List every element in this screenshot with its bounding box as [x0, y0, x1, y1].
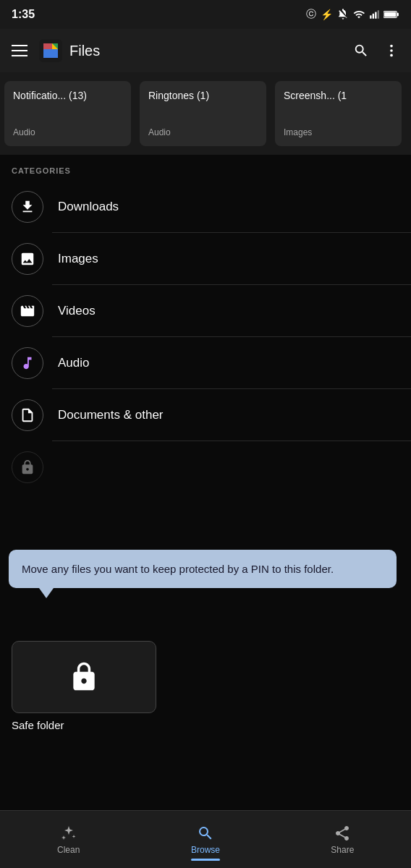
- nav-item-browse[interactable]: Browse: [137, 819, 274, 861]
- battery-icon: [384, 9, 399, 20]
- tooltip-overlay: Move any files you want to keep protecte…: [9, 550, 397, 588]
- more-options-button[interactable]: [384, 43, 399, 59]
- card-0-subtitle: Audio: [13, 127, 122, 137]
- card-1[interactable]: Ringtones (1) Audio: [140, 81, 266, 146]
- svg-point-12: [390, 45, 393, 48]
- nav-label-clean: Clean: [57, 845, 80, 855]
- categories-header: CATEGORIES: [0, 155, 411, 181]
- card-0-title: Notificatio... (13): [13, 90, 122, 101]
- svg-rect-1: [373, 14, 374, 19]
- category-label-audio: Audio: [58, 356, 89, 370]
- app-title: Files: [69, 43, 100, 59]
- tooltip-tail: [39, 588, 54, 598]
- partial-icon-circle: [12, 451, 43, 483]
- card-2-title: Screensh... (1: [284, 90, 393, 101]
- safe-folder-section: Safe folder: [0, 632, 168, 740]
- image-icon: [20, 251, 35, 267]
- lock-icon: [68, 661, 100, 693]
- svg-point-14: [390, 54, 393, 57]
- flash-icon: ⚡: [321, 9, 333, 20]
- card-0[interactable]: Notificatio... (13) Audio: [4, 81, 131, 146]
- card-2-subtitle: Images: [284, 127, 393, 137]
- sparkle-icon: [60, 825, 77, 842]
- download-icon: [20, 199, 35, 215]
- safe-folder-label: Safe folder: [12, 719, 156, 731]
- nav-active-bar: [191, 859, 220, 861]
- svg-point-13: [390, 49, 393, 52]
- nav-item-share[interactable]: Share: [274, 819, 411, 861]
- safe-folder-card[interactable]: [12, 641, 156, 713]
- svg-rect-0: [370, 15, 371, 19]
- cards-row: Notificatio... (13) Audio Ringtones (1) …: [0, 72, 411, 155]
- nav-label-browse: Browse: [191, 845, 220, 855]
- video-icon-circle: [12, 295, 43, 327]
- tooltip-text: Move any files you want to keep protecte…: [22, 563, 334, 575]
- video-icon: [20, 303, 35, 319]
- mute-icon: [337, 9, 349, 20]
- nav-item-clean[interactable]: Clean: [0, 819, 137, 861]
- svg-rect-5: [397, 13, 399, 16]
- category-item-partial[interactable]: [0, 441, 411, 493]
- card-1-subtitle: Audio: [148, 127, 258, 137]
- category-item-images[interactable]: Images: [0, 233, 411, 285]
- download-icon-circle: [12, 191, 43, 223]
- document-icon: [20, 407, 35, 423]
- wifi-icon: [353, 9, 365, 20]
- svg-rect-6: [384, 12, 396, 17]
- status-icons: ⓒ ⚡: [306, 8, 399, 21]
- more-vert-icon: [384, 43, 399, 59]
- svg-rect-2: [375, 12, 376, 19]
- app-logo: [39, 39, 62, 62]
- status-time: 1:35: [12, 8, 35, 21]
- document-icon-circle: [12, 399, 43, 431]
- category-item-documents[interactable]: Documents & other: [0, 389, 411, 441]
- category-item-downloads[interactable]: Downloads: [0, 181, 411, 233]
- share-icon: [334, 825, 351, 842]
- app-bar: Files: [0, 29, 411, 72]
- card-2[interactable]: Screensh... (1 Images: [275, 81, 402, 146]
- category-item-audio[interactable]: Audio: [0, 337, 411, 389]
- search-icon: [353, 43, 369, 59]
- svg-marker-11: [43, 43, 52, 49]
- signal-icon: [369, 9, 379, 20]
- category-item-videos[interactable]: Videos: [0, 285, 411, 337]
- search-button[interactable]: [353, 43, 369, 59]
- menu-button[interactable]: [12, 45, 27, 56]
- audio-icon-circle: [12, 347, 43, 379]
- svg-rect-3: [378, 10, 379, 19]
- category-label-downloads: Downloads: [58, 200, 119, 214]
- category-label-videos: Videos: [58, 304, 96, 318]
- category-label-images: Images: [58, 252, 98, 266]
- at-icon: ⓒ: [306, 8, 316, 21]
- bottom-nav: Clean Browse Share: [0, 810, 411, 868]
- lock-outline-icon: [20, 459, 35, 475]
- card-1-title: Ringtones (1): [148, 90, 258, 101]
- category-label-documents: Documents & other: [58, 408, 164, 422]
- nav-label-share: Share: [331, 845, 354, 855]
- audio-icon: [20, 355, 35, 371]
- browse-icon: [197, 825, 214, 842]
- status-bar: 1:35 ⓒ ⚡: [0, 0, 411, 29]
- image-icon-circle: [12, 243, 43, 275]
